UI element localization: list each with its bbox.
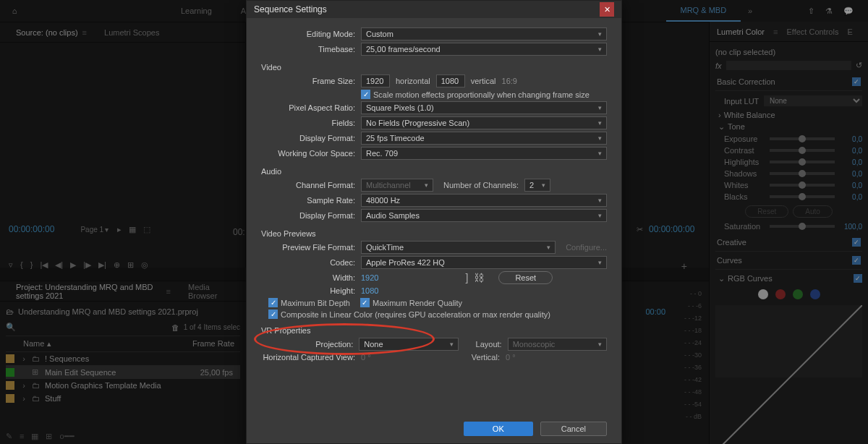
channel-format-label: Channel Format: bbox=[261, 181, 355, 189]
projection-label: Projection: bbox=[261, 340, 353, 349]
projection-select[interactable]: None▾ bbox=[359, 338, 458, 351]
frame-size-label: Frame Size: bbox=[261, 77, 355, 85]
num-channels-select[interactable]: 2▾ bbox=[524, 179, 550, 192]
editing-mode-label: Editing Mode: bbox=[261, 30, 355, 38]
chevron-down-icon: ▾ bbox=[598, 259, 602, 266]
chevron-down-icon: ▾ bbox=[598, 341, 602, 348]
display-format-select[interactable]: 25 fps Timecode▾ bbox=[361, 132, 607, 145]
max-bit-depth-label: Maximum Bit Depth bbox=[281, 299, 350, 307]
chevron-down-icon: ▾ bbox=[450, 341, 454, 348]
link-bracket-icon: ] bbox=[465, 272, 468, 283]
chevron-down-icon: ▾ bbox=[425, 182, 428, 189]
cancel-button[interactable]: Cancel bbox=[540, 422, 607, 436]
preview-reset-button[interactable]: Reset bbox=[498, 271, 553, 284]
max-render-quality-checkbox[interactable]: ✓ bbox=[360, 298, 370, 307]
chevron-down-icon: ▾ bbox=[598, 197, 602, 204]
video-previews-heading: Video Previews bbox=[261, 229, 607, 238]
display-format-label: Display Format: bbox=[261, 134, 355, 142]
max-bit-depth-checkbox[interactable]: ✓ bbox=[268, 298, 278, 307]
sequence-settings-dialog: Sequence Settings ✕ Editing Mode: Custom… bbox=[246, 0, 622, 444]
codec-label: Codec: bbox=[261, 258, 355, 267]
hcv-value: 0 ° bbox=[361, 353, 371, 362]
channel-format-select: Multichannel▾ bbox=[361, 179, 433, 192]
frame-width-input[interactable] bbox=[361, 74, 390, 87]
preview-height-value[interactable]: 1080 bbox=[361, 286, 378, 295]
preview-file-format-select[interactable]: QuickTime▾ bbox=[361, 241, 556, 254]
close-icon[interactable]: ✕ bbox=[600, 2, 614, 17]
chevron-down-icon: ▾ bbox=[598, 150, 602, 157]
dialog-title: Sequence Settings bbox=[254, 4, 327, 14]
audio-display-format-label: Display Format: bbox=[261, 211, 355, 220]
layout-select: Monoscopic▾ bbox=[508, 338, 607, 351]
preview-width-label: Width: bbox=[261, 273, 355, 282]
link-chain-icon[interactable]: ⛓ bbox=[474, 272, 484, 283]
ok-button[interactable]: OK bbox=[464, 422, 533, 436]
scale-motion-checkbox[interactable]: ✓ bbox=[361, 90, 370, 99]
chevron-down-icon: ▾ bbox=[598, 104, 602, 111]
fields-select[interactable]: No Fields (Progressive Scan)▾ bbox=[361, 116, 607, 129]
timebase-label: Timebase: bbox=[261, 45, 355, 54]
scale-motion-label: Scale motion effects proportionally when… bbox=[373, 90, 590, 99]
chevron-down-icon: ▾ bbox=[598, 212, 602, 219]
configure-button: Configure... bbox=[566, 243, 607, 252]
editing-mode-select[interactable]: Custom▾ bbox=[361, 27, 607, 40]
linear-color-label: Composite in Linear Color (requires GPU … bbox=[281, 310, 550, 319]
working-color-space-label: Working Color Space: bbox=[261, 149, 355, 158]
vertical-captured-value: 0 ° bbox=[506, 353, 607, 362]
chevron-down-icon: ▾ bbox=[598, 30, 602, 38]
chevron-down-icon: ▾ bbox=[598, 135, 602, 142]
horizontal-label: horizontal bbox=[396, 77, 430, 85]
vr-properties-heading: VR Properties bbox=[261, 326, 607, 335]
preview-width-value[interactable]: 1920 bbox=[361, 273, 378, 282]
frame-height-input[interactable] bbox=[436, 74, 465, 87]
chevron-down-icon: ▾ bbox=[598, 119, 602, 127]
linear-color-checkbox[interactable]: ✓ bbox=[268, 309, 278, 319]
max-render-quality-label: Maximum Render Quality bbox=[373, 299, 462, 307]
vertical-captured-label: Vertical: bbox=[472, 353, 500, 362]
chevron-down-icon: ▾ bbox=[598, 46, 602, 53]
audio-section-heading: Audio bbox=[261, 167, 607, 176]
working-color-space-select[interactable]: Rec. 709▾ bbox=[361, 147, 607, 160]
vertical-label: vertical bbox=[471, 77, 496, 85]
fields-label: Fields: bbox=[261, 119, 355, 127]
chevron-down-icon: ▾ bbox=[547, 244, 550, 251]
par-label: Pixel Aspect Ratio: bbox=[261, 103, 355, 112]
sample-rate-label: Sample Rate: bbox=[261, 196, 355, 205]
video-section-heading: Video bbox=[261, 63, 607, 72]
horizontal-captured-view-label: Horizontal Captured View: bbox=[261, 353, 355, 362]
codec-select[interactable]: Apple ProRes 422 HQ▾ bbox=[361, 256, 607, 269]
preview-file-format-label: Preview File Format: bbox=[261, 243, 355, 252]
timebase-select[interactable]: 25,00 frames/second▾ bbox=[361, 43, 607, 56]
num-channels-label: Number of Channels: bbox=[443, 181, 519, 189]
audio-display-format-select[interactable]: Audio Samples▾ bbox=[361, 209, 607, 222]
par-select[interactable]: Square Pixels (1.0)▾ bbox=[361, 101, 607, 114]
aspect-ratio-label: 16:9 bbox=[502, 77, 517, 85]
sample-rate-select[interactable]: 48000 Hz▾ bbox=[361, 194, 607, 207]
layout-label: Layout: bbox=[476, 340, 502, 349]
chevron-down-icon: ▾ bbox=[542, 182, 545, 189]
preview-height-label: Height: bbox=[261, 286, 355, 295]
